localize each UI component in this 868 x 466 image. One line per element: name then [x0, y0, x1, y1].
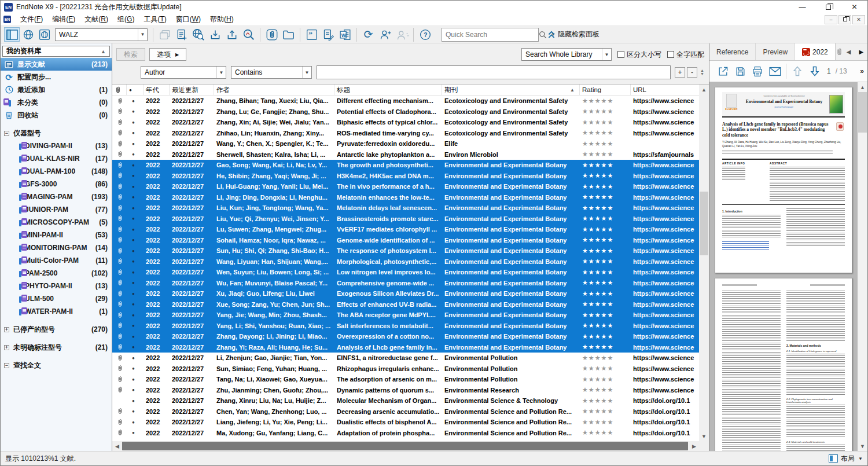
scrollbar-thumb[interactable]: [858, 92, 867, 133]
pdf-vertical-scrollbar[interactable]: ▲ ▼: [858, 82, 867, 451]
close-button[interactable]: ✕: [841, 1, 867, 13]
table-row[interactable]: ●20222022/12/27Wang, Liyuan; Han, Shijua…: [112, 256, 699, 267]
sidebar-item-Multi-Color-PAM[interactable]: Multi-Color-PAM(11): [1, 254, 112, 267]
chevron-up-icon[interactable]: ▲: [101, 49, 106, 54]
table-row[interactable]: ●20222022/12/27Li, Jing; Ding, Dongxia; …: [112, 192, 699, 203]
menu-item[interactable]: 组(G): [113, 14, 139, 24]
copy-to-local-library-button[interactable]: [156, 27, 173, 42]
table-row[interactable]: ●20222022/12/27Wen, Suyun; Liu, Bowen; L…: [112, 267, 699, 278]
search-icon[interactable]: [539, 31, 547, 39]
menu-item[interactable]: 帮助(H): [205, 14, 238, 24]
column-header-updated[interactable]: 最近更新: [170, 85, 214, 95]
sidebar-item-MINI-PAM-II[interactable]: MINI-PAM-II(53): [1, 229, 112, 241]
previous-tab-icon[interactable]: ◀: [843, 49, 855, 55]
table-row[interactable]: ●20222022/12/27Zhihao, Lin; Huanxin, Zha…: [112, 128, 699, 139]
sidebar-item-[interactable]: 最近添加(1): [1, 83, 112, 96]
table-row[interactable]: ●20222022/12/27Wang, Y.; Chen, X.; Speng…: [112, 138, 699, 149]
table-row[interactable]: ●20222022/12/27Gao, Song; Wang, Kai; Li,…: [112, 160, 699, 171]
scroll-down-icon[interactable]: ▼: [699, 431, 709, 441]
table-row[interactable]: ●20222022/12/27Liang, Jiefeng; Li, Yu; X…: [112, 417, 699, 428]
help-button[interactable]: ?: [417, 27, 433, 42]
column-header-rating[interactable]: Rating: [580, 85, 631, 95]
column-header-read-status[interactable]: ●: [127, 85, 144, 95]
column-header-journal[interactable]: 期刊▲: [442, 85, 580, 95]
local-library-mode-button[interactable]: [4, 27, 20, 42]
sidebar-item-IMAGING-PAM[interactable]: IMAGING-PAM(193): [1, 190, 112, 203]
table-row[interactable]: ●20222022/12/27Ma, Xudong; Gu, Yanfang; …: [112, 428, 699, 439]
layout-button[interactable]: 布局 ▼: [829, 454, 863, 464]
child-minimize-button[interactable]: –: [825, 15, 837, 24]
table-row[interactable]: ●20222022/12/27Yang, Li; Shi, Yanshou; R…: [112, 321, 699, 332]
sidebar-item-[interactable]: 回收站(0): [1, 109, 112, 122]
sidebar-item-GFS-3000[interactable]: GFS-3000(86): [1, 178, 112, 190]
sidebar-item-MONITORING-PAM[interactable]: MONITORING-PAM(14): [1, 241, 112, 254]
attach-file-button[interactable]: [263, 27, 280, 42]
column-header-attachment[interactable]: [112, 85, 127, 95]
scrollbar-thumb[interactable]: [700, 192, 708, 255]
find-full-text-button[interactable]: [240, 27, 257, 42]
scroll-up-icon[interactable]: ▲: [699, 85, 709, 94]
table-row[interactable]: ●20222022/12/27Liu, Kun; Jing, Tongtong;…: [112, 203, 699, 214]
menu-item[interactable]: 文件(F): [16, 14, 47, 24]
sidebar-item-DUAL-PAM-100[interactable]: DUAL-PAM-100(148): [1, 165, 112, 178]
table-row[interactable]: ●20222022/12/27Zhang, Dayong; Li, Jining…: [112, 331, 699, 342]
sidebar-item-PHYTO-PAM-II[interactable]: PHYTO-PAM-II(13): [1, 280, 112, 292]
scroll-right-icon[interactable]: ▶: [689, 441, 699, 451]
collapse-icon[interactable]: −: [4, 363, 9, 368]
search-scope-select[interactable]: Search Whole Library ▼: [521, 48, 612, 61]
table-row[interactable]: ●20222022/12/27Liu, Yue; Qi, Zhenyu; Wei…: [112, 214, 699, 225]
format-bibliography-button[interactable]: [320, 27, 337, 42]
hide-search-panel-button[interactable]: 隐藏检索面板: [548, 30, 599, 39]
scroll-left-icon[interactable]: ◀: [112, 441, 122, 451]
search-panel-scroll-arrows[interactable]: ▲▼: [700, 69, 704, 76]
sidebar-item-DIVING-PAM-II[interactable]: DIVING-PAM-II(13): [1, 140, 112, 152]
add-search-line-button[interactable]: +: [675, 67, 685, 78]
open-file-button[interactable]: [280, 27, 297, 42]
table-row[interactable]: ●20222022/12/27Sohail, Hamza; Noor, Iqra…: [112, 235, 699, 246]
tab-reference[interactable]: Reference: [709, 43, 756, 60]
table-row[interactable]: ●20222022/12/27Zhang, Yi; Raza, Ali; Hua…: [112, 342, 699, 353]
remove-search-line-button[interactable]: -: [687, 67, 697, 78]
page-number[interactable]: 1: [827, 67, 831, 75]
sidebar-item-[interactable]: 未分类(0): [1, 96, 112, 109]
export-button[interactable]: [223, 27, 240, 42]
sidebar-item-JUNIOR-PAM[interactable]: JUNIOR-PAM(77): [1, 203, 112, 216]
online-search-button[interactable]: [190, 27, 207, 42]
table-row[interactable]: ●20222022/12/27Sherwell, Shasten; Kalra,…: [112, 149, 699, 160]
scrollbar-thumb[interactable]: [122, 442, 688, 450]
menu-item[interactable]: 工具(T): [139, 14, 171, 24]
table-row[interactable]: ●20222022/12/27Zhang, Lu; Ge, Fangjie; Z…: [112, 107, 699, 118]
expand-icon[interactable]: +: [4, 345, 9, 350]
table-vertical-scrollbar[interactable]: ▲ ▼: [699, 85, 709, 441]
sync-button[interactable]: ⟳: [360, 27, 377, 42]
tab-preview[interactable]: Preview: [756, 43, 795, 60]
table-row[interactable]: ●20222022/12/27He, Shibin; Zhang, Yaqi; …: [112, 171, 699, 182]
menu-item[interactable]: 编辑(E): [47, 14, 80, 24]
new-reference-button[interactable]: [173, 27, 190, 42]
sidebar-group-查找全文[interactable]: −查找全文: [1, 359, 112, 372]
sidebar-item-PAM-2500[interactable]: PAM-2500(102): [1, 267, 112, 280]
open-pdf-button[interactable]: [714, 63, 731, 79]
insert-citation-button[interactable]: ”: [303, 27, 320, 42]
restore-button[interactable]: [815, 1, 841, 13]
column-header-authors[interactable]: 作者: [214, 85, 334, 95]
save-pdf-button[interactable]: [731, 63, 749, 79]
search-field-select[interactable]: Author ▼: [141, 66, 226, 79]
table-row[interactable]: ●20222022/12/27Sun, Hu; Shi, Qi; Zhang, …: [112, 245, 699, 256]
quick-search-input[interactable]: [442, 31, 539, 39]
expand-icon[interactable]: +: [4, 327, 9, 332]
sidebar-item-ULM-500[interactable]: ULM-500(29): [1, 292, 112, 305]
email-pdf-button[interactable]: [766, 63, 784, 79]
table-row[interactable]: ●20222022/12/27Zhang, Xin; Ai, Sijie; We…: [112, 117, 699, 128]
next-tab-icon[interactable]: ▶: [855, 49, 867, 55]
sidebar-item-[interactable]: ⟳配置同步...: [1, 71, 112, 83]
search-operator-select[interactable]: Contains ▼: [231, 66, 312, 79]
child-close-button[interactable]: ✕: [852, 15, 865, 24]
integrated-library-mode-button[interactable]: [36, 27, 52, 42]
table-horizontal-scrollbar[interactable]: ◀ ▶: [112, 441, 699, 451]
table-row[interactable]: ●20222022/12/27Li, Hui-Guang; Yang, Yanl…: [112, 181, 699, 192]
minimize-button[interactable]: —: [789, 1, 815, 13]
options-button[interactable]: 选项 ▶: [149, 48, 186, 61]
import-button[interactable]: [207, 27, 223, 42]
output-style-combo[interactable]: WALZ ▼: [55, 28, 148, 41]
